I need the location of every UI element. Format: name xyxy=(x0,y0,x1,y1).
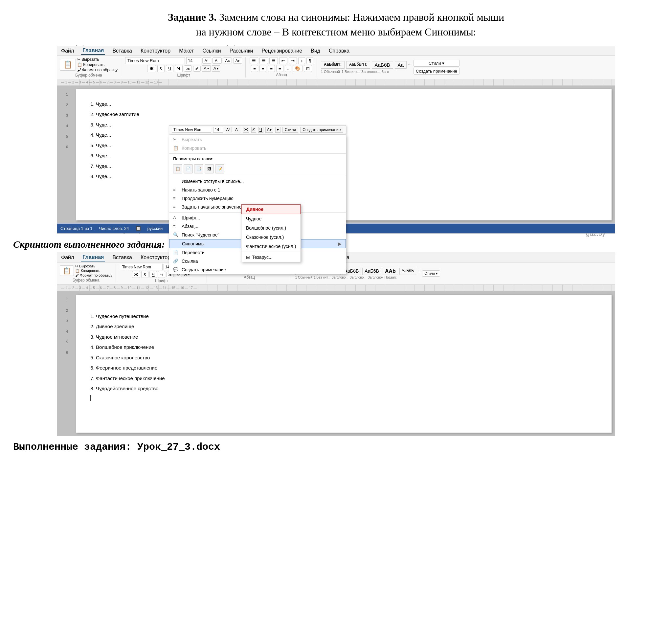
style-normal-1[interactable]: АаБбВгГ, xyxy=(321,61,344,69)
doc2-item-1: Чудесное путешествие xyxy=(96,311,598,322)
change-styles-btn-1[interactable]: Стили ▾ xyxy=(413,60,459,67)
menu-constructor-2[interactable]: Конструктор xyxy=(139,254,172,261)
highlight-btn-1[interactable]: A ▾ xyxy=(202,65,211,72)
menu-file-1[interactable]: Файл xyxy=(60,47,75,54)
ctx-change-indent[interactable]: Изменить отступы в списке... xyxy=(169,177,346,186)
margin2-num-5: 5 xyxy=(66,340,68,344)
menu-links-1[interactable]: Ссылки xyxy=(201,47,222,54)
align-left-btn-1[interactable]: ≡ xyxy=(251,65,258,72)
align-center-btn-1[interactable]: ≡ xyxy=(260,65,267,72)
sort-btn-1[interactable]: ↕ xyxy=(298,57,305,64)
submenu-chudnoe[interactable]: Чудное xyxy=(241,214,301,224)
mini-size-input[interactable] xyxy=(213,127,223,133)
list-item-1: Чуде... xyxy=(96,99,598,109)
menu-help-1[interactable]: Справка xyxy=(328,47,351,54)
font-name-input-2[interactable] xyxy=(120,264,163,271)
menu-review-1[interactable]: Рецензирование xyxy=(261,47,304,54)
mini-bold-btn[interactable]: Ж xyxy=(243,127,249,133)
font-shrink-1[interactable]: A⁻ xyxy=(213,57,221,64)
ctx-continue[interactable]: ≡ Продолжить нумерацию xyxy=(169,194,346,203)
ctx-restart[interactable]: ≡ Начать заново с 1 xyxy=(169,186,346,194)
numbering-btn-1[interactable]: ☰ xyxy=(260,57,268,64)
menu-home-1[interactable]: Главная xyxy=(81,47,105,55)
styles-more-2[interactable]: ... xyxy=(417,268,421,275)
shading-btn-1[interactable]: 🎨 xyxy=(293,65,303,72)
copy-btn-2[interactable]: 📋 Копировать xyxy=(75,269,112,273)
mini-grow-btn[interactable]: A⁺ xyxy=(225,127,232,132)
italic-btn-1[interactable]: К xyxy=(157,65,165,72)
underline-btn-1[interactable]: Ч xyxy=(166,65,173,72)
change-styles-btn-2[interactable]: Стили ▾ xyxy=(422,271,440,277)
copy-btn-1[interactable]: 📋 Копировать xyxy=(77,63,118,67)
mini-create-note-btn[interactable]: Создать примечание xyxy=(300,127,343,133)
style-no-spacing-1[interactable]: АаБбВгГг, xyxy=(346,61,370,69)
ctx-copy[interactable]: 📋 Копировать xyxy=(169,144,346,153)
bold-btn-1[interactable]: Ж xyxy=(147,65,156,72)
font-name-input-1[interactable] xyxy=(125,57,185,64)
paste-icon-5[interactable]: 📝 xyxy=(215,164,224,173)
mini-italic-btn[interactable]: К xyxy=(251,127,256,133)
clear-format-1[interactable]: A𝒙 xyxy=(233,57,242,64)
align-right-btn-1[interactable]: ≡ xyxy=(268,65,275,72)
format-btn-1[interactable]: 🖌 Формат по образцу xyxy=(77,68,118,72)
menu-home-2[interactable]: Главная xyxy=(81,254,105,261)
format-btn-2[interactable]: 🖌 Формат по образцу xyxy=(75,273,112,277)
font-case-1[interactable]: Aa xyxy=(223,57,232,63)
indent-inc-btn-1[interactable]: ⇥ xyxy=(289,57,297,64)
mini-highlight[interactable]: ▾ xyxy=(275,127,281,133)
paste-icon-1[interactable]: 📋 xyxy=(173,164,182,173)
menu-view-1[interactable]: Вид xyxy=(309,47,321,54)
menu-constructor-1[interactable]: Конструктор xyxy=(139,47,172,54)
strikethrough-btn-2[interactable]: ч̶ xyxy=(158,271,165,278)
mini-font-input[interactable] xyxy=(172,127,211,133)
pilcrow-btn-1[interactable]: ¶ xyxy=(307,57,313,64)
paste-button-2[interactable]: 📋 xyxy=(60,265,74,276)
mini-font-color[interactable]: А▾ xyxy=(265,127,273,133)
italic-btn-2[interactable]: К xyxy=(141,271,148,278)
font-color-btn-1[interactable]: A ▾ xyxy=(212,65,220,72)
style-heading1-1[interactable]: АаБбВ xyxy=(372,61,393,69)
submenu-volsh[interactable]: Волшебное (усил.) xyxy=(241,224,301,233)
style-heading2-2[interactable]: АаБ6В xyxy=(362,268,381,275)
subscript-btn-1[interactable]: x₂ xyxy=(184,65,192,72)
menu-insert-1[interactable]: Вставка xyxy=(111,47,133,54)
cut-btn-1[interactable]: ✂ Вырезать xyxy=(77,57,118,62)
paste-button-1[interactable]: 📋 xyxy=(60,59,76,71)
mini-styles-btn[interactable]: Стили xyxy=(283,127,298,133)
menu-insert-2[interactable]: Вставка xyxy=(111,254,133,261)
multilevel-btn-1[interactable]: ☰ xyxy=(269,57,278,64)
borders-btn-1[interactable]: ⊡ xyxy=(304,65,312,72)
font-size-input-1[interactable] xyxy=(186,57,201,64)
justify-btn-1[interactable]: ≡ xyxy=(276,65,284,72)
superscript-btn-1[interactable]: x² xyxy=(193,66,201,72)
mini-underline-btn[interactable]: Ч xyxy=(258,127,263,133)
paste-icon-4[interactable]: 🖼 xyxy=(205,164,214,173)
submenu-thesaurus[interactable]: ⊞ Тезарус... xyxy=(241,253,301,262)
line-spacing-btn-1[interactable]: ↕ xyxy=(285,65,292,72)
styles-more-1[interactable]: ... xyxy=(408,61,411,69)
paste-icon-2[interactable]: 📄 xyxy=(184,164,193,173)
menu-mailings-1[interactable]: Рассылки xyxy=(228,47,255,54)
submenu-skazoch[interactable]: Сказочное (усил.) xyxy=(241,233,301,242)
create-note-ribbon-1[interactable]: Создать примечание xyxy=(413,68,459,75)
submenu-fantast[interactable]: Фантастическое (усил.) xyxy=(241,242,301,251)
cut-btn-2[interactable]: ✂ Вырезать xyxy=(75,264,112,268)
submenu-divnoe[interactable]: Дивное xyxy=(241,204,301,214)
bold-btn-2[interactable]: Ж xyxy=(132,271,141,278)
mini-shrink-btn[interactable]: A⁻ xyxy=(234,127,241,132)
ctx-create-note[interactable]: 💬 Создать примечание xyxy=(169,265,346,274)
menu-layout-1[interactable]: Макет xyxy=(178,47,195,54)
menu-file-2[interactable]: Файл xyxy=(60,254,75,261)
style-heading2-1[interactable]: Аа xyxy=(395,61,407,69)
font-grow-1[interactable]: A⁺ xyxy=(202,57,211,64)
bullets-btn-1[interactable]: ☰ xyxy=(249,57,258,64)
ctx-restart-label: Начать заново с 1 xyxy=(182,187,220,192)
ctx-cut[interactable]: ✂ Вырезать xyxy=(169,135,346,144)
underline-btn-2[interactable]: Ч xyxy=(149,271,157,278)
style-heading4-2[interactable]: АаБ6Б xyxy=(400,268,416,275)
paste-icon-3[interactable]: 📑 xyxy=(194,164,203,173)
indent-dec-btn-1[interactable]: ⇤ xyxy=(279,57,287,64)
style-heading3-2[interactable]: ААb xyxy=(383,268,398,275)
strikethrough-btn-1[interactable]: Ч̶ xyxy=(175,65,183,72)
margin-num-1: 1 xyxy=(66,92,68,96)
